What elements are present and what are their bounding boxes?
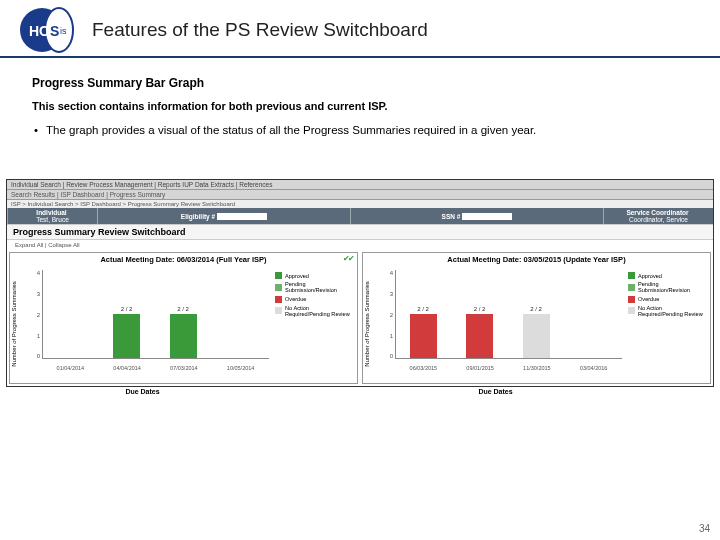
ssn-value bbox=[462, 213, 512, 220]
bar: 2 / 2 bbox=[170, 314, 197, 358]
swatch-icon bbox=[275, 296, 282, 303]
individual-value: Test, Bruce bbox=[36, 216, 69, 223]
swatch-icon bbox=[628, 272, 635, 279]
y-axis-label: Number of Progress Summaries bbox=[364, 281, 370, 367]
expand-collapse[interactable]: Expand All | Collapse All bbox=[7, 240, 713, 250]
swatch-icon bbox=[275, 284, 282, 291]
chart-area: Number of Progress Summaries 01234 2 / 2… bbox=[365, 266, 626, 381]
plot-area: 2 / 2 2 / 2 2 / 2 bbox=[395, 270, 622, 359]
x-axis-label: Due Dates bbox=[365, 388, 626, 395]
swatch-icon bbox=[628, 284, 635, 291]
chart-title: Actual Meeting Date: 03/05/2015 (Update … bbox=[365, 255, 708, 264]
hcsis-logo-icon: HC S is bbox=[18, 6, 78, 54]
eligibility-label: Eligibility # bbox=[181, 213, 215, 220]
y-axis-label: Number of Progress Summaries bbox=[11, 281, 17, 367]
bullet-text: The graph provides a visual of the statu… bbox=[46, 122, 536, 139]
checkmarks-icon: ✔✔ bbox=[343, 254, 353, 263]
bar: 2 / 2 bbox=[466, 314, 493, 358]
bullet-item: • The graph provides a visual of the sta… bbox=[32, 122, 688, 139]
chart-left: ✔✔ Actual Meeting Date: 06/03/2014 (Full… bbox=[9, 252, 358, 384]
svg-text:HC: HC bbox=[29, 23, 49, 39]
y-ticks: 01234 bbox=[383, 270, 393, 359]
swatch-icon bbox=[275, 272, 282, 279]
embedded-screenshot: Individual Search | Review Process Manag… bbox=[6, 179, 714, 387]
slide-header: HC S is Features of the PS Review Switch… bbox=[0, 0, 720, 58]
panel-title: Progress Summary Review Switchboard bbox=[7, 224, 713, 240]
chart-area: Number of Progress Summaries 01234 2 / 2… bbox=[12, 266, 273, 381]
x-ticks: 01/04/201404/04/201407/03/201410/05/2014 bbox=[42, 365, 269, 371]
eligibility-value bbox=[217, 213, 267, 220]
x-ticks: 06/03/201509/01/201511/30/201503/04/2016 bbox=[395, 365, 622, 371]
page-number: 34 bbox=[699, 523, 710, 534]
x-axis-label: Due Dates bbox=[12, 388, 273, 395]
y-ticks: 01234 bbox=[30, 270, 40, 359]
swatch-icon bbox=[628, 307, 635, 314]
breadcrumb: ISP > Individual Search > ISP Dashboard … bbox=[7, 200, 713, 208]
nav-row-2: Search Results | ISP Dashboard | Progres… bbox=[7, 190, 713, 200]
ssn-label: SSN # bbox=[442, 213, 461, 220]
sc-label: Service Coordinator bbox=[626, 209, 688, 216]
legend: Approved Pending Submission/Revision Ove… bbox=[273, 266, 355, 381]
nav-row-1: Individual Search | Review Process Manag… bbox=[7, 180, 713, 190]
swatch-icon bbox=[628, 296, 635, 303]
swatch-icon bbox=[275, 307, 282, 314]
page-title: Features of the PS Review Switchboard bbox=[92, 19, 702, 41]
bar: 2 / 2 bbox=[410, 314, 437, 358]
section-title: Progress Summary Bar Graph bbox=[32, 76, 688, 90]
legend: Approved Pending Submission/Revision Ove… bbox=[626, 266, 708, 381]
plot-area: 2 / 2 2 / 2 bbox=[42, 270, 269, 359]
bullet-icon: • bbox=[34, 122, 38, 139]
charts-row: ✔✔ Actual Meeting Date: 06/03/2014 (Full… bbox=[7, 250, 713, 386]
sc-value: Coordinator, Service bbox=[629, 216, 688, 223]
bar: 2 / 2 bbox=[523, 314, 550, 358]
info-bar: Individual Test, Bruce Eligibility # SSN… bbox=[7, 208, 713, 224]
chart-title: Actual Meeting Date: 06/03/2014 (Full Ye… bbox=[12, 255, 355, 264]
section-subtitle: This section contains information for bo… bbox=[32, 100, 688, 112]
individual-label: Individual bbox=[36, 209, 66, 216]
svg-text:is: is bbox=[60, 26, 67, 36]
bar: 2 / 2 bbox=[113, 314, 140, 358]
chart-right: Actual Meeting Date: 03/05/2015 (Update … bbox=[362, 252, 711, 384]
body-content: Progress Summary Bar Graph This section … bbox=[0, 58, 720, 151]
svg-text:S: S bbox=[50, 23, 59, 39]
